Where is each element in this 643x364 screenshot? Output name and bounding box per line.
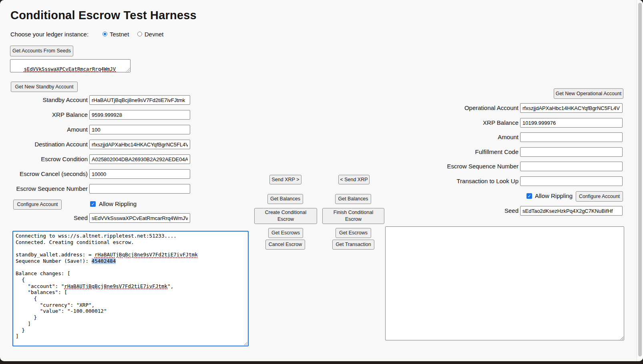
operational-escrow-sequence-input[interactable] — [520, 162, 623, 171]
check-icon: ✓ — [91, 202, 94, 206]
resize-grip[interactable] — [243, 341, 247, 345]
app-window: Conditional Escrow Test Harness Choose y… — [0, 0, 643, 361]
destination-account-input[interactable] — [89, 140, 190, 149]
check-icon: ✓ — [527, 194, 531, 198]
transaction-to-look-up-label: Transaction to Look Up — [416, 178, 518, 184]
console-sequence-number: 45402484 — [92, 258, 116, 264]
operational-account-label: Operational Account — [416, 104, 518, 111]
send-xrp-to-standby-button[interactable]: < Send XRP — [338, 175, 370, 184]
standby-configure-account-button[interactable]: Configure Account — [13, 200, 62, 210]
standby-allow-rippling-label: Allow Rippling — [99, 200, 137, 207]
operational-xrp-balance-input[interactable] — [520, 118, 623, 128]
standby-escrow-sequence-input[interactable] — [89, 184, 190, 194]
destination-account-label: Destination Account — [0, 141, 88, 148]
console-balance-tail: ", "balances": [ { "currency": "XRP", "v… — [16, 283, 173, 340]
operational-allow-rippling-label: Allow Rippling — [535, 192, 573, 199]
operational-allow-rippling-checkbox[interactable]: ✓ — [526, 193, 532, 199]
operational-account-input[interactable] — [520, 103, 623, 113]
seed-line-2: sEdTao2dKsezHzkPq4X2gC7KNuBifHf — [12, 72, 104, 72]
standby-result-console[interactable]: Connecting to wss://s.altnet.rippletest.… — [12, 231, 249, 346]
standby-allow-rippling-checkbox[interactable]: ✓ — [90, 201, 96, 207]
operational-seed-label: Seed — [416, 207, 518, 214]
send-xrp-to-operational-button[interactable]: Send XRP > — [269, 175, 301, 184]
operational-amount-label: Amount — [416, 134, 518, 140]
operational-configure-account-button[interactable]: Configure Account — [576, 191, 623, 202]
standby-xrp-balance-input[interactable] — [89, 110, 190, 120]
get-new-operational-account-button[interactable]: Get New Operational Account — [554, 88, 623, 99]
cancel-escrow-button[interactable]: Cancel Escrow — [265, 240, 305, 250]
operational-escrow-sequence-label: Escrow Sequence Number — [416, 163, 518, 170]
get-accounts-from-seeds-button[interactable]: Get Accounts From Seeds — [10, 46, 73, 56]
standby-get-balances-button[interactable]: Get Balances — [267, 194, 303, 204]
get-new-standby-account-button[interactable]: Get New Standby Account — [11, 82, 78, 92]
standby-xrp-balance-label: XRP Balance — [0, 111, 88, 118]
operational-xrp-balance-label: XRP Balance — [416, 119, 518, 126]
standby-account-label: Standby Account — [0, 96, 88, 103]
fulfillment-code-input[interactable] — [520, 147, 623, 157]
standby-amount-input[interactable] — [89, 125, 190, 134]
escrow-cancel-label: Escrow Cancel (seconds) — [0, 170, 88, 177]
standby-seed-label: Seed — [0, 214, 88, 221]
console-balance-head: Balance changes: [ { "account": " — [16, 270, 70, 289]
operational-seed-input[interactable] — [520, 206, 623, 216]
standby-seed-input[interactable] — [89, 213, 190, 223]
testnet-radio[interactable] — [102, 32, 107, 36]
standby-escrow-sequence-label: Escrow Sequence Number — [0, 185, 88, 192]
testnet-radio-label[interactable]: Testnet — [110, 31, 129, 38]
console-standby-address: rHaBAUTjBqBcj8ne9sV7Fd2tiE7ivFJtmk — [94, 252, 198, 258]
devnet-radio-label[interactable]: Devnet — [145, 31, 164, 38]
scrollbar[interactable] — [637, 0, 643, 361]
escrow-condition-label: Escrow Condition — [0, 156, 88, 162]
get-transaction-button[interactable]: Get Transaction — [332, 240, 374, 250]
standby-account-input[interactable] — [89, 95, 190, 105]
operational-get-balances-button[interactable]: Get Balances — [335, 194, 371, 204]
ledger-instance-label: Choose your ledger instance: — [10, 31, 88, 38]
finish-conditional-escrow-button[interactable]: Finish Conditional Escrow — [322, 208, 384, 224]
scrollbar-thumb[interactable] — [638, 3, 642, 356]
escrow-cancel-input[interactable] — [89, 169, 190, 179]
page-title: Conditional Escrow Test Harness — [10, 9, 197, 22]
fulfillment-code-label: Fulfillment Code — [416, 148, 518, 155]
escrow-condition-input[interactable] — [89, 154, 190, 164]
transaction-to-look-up-input[interactable] — [520, 176, 623, 186]
seeds-textarea[interactable]: sEdVVkSsswaXPCvEatRmcarRrq4WmJV sEdTao2d… — [10, 59, 131, 72]
standby-get-escrows-button[interactable]: Get Escrows — [268, 228, 303, 238]
operational-get-escrows-button[interactable]: Get Escrows — [336, 228, 371, 238]
console-sequence-prefix: Sequence Number (Save!): — [16, 258, 92, 264]
console-account-address: rHaBAUTjBqBcj8ne9sV7Fd2tiE7ivFJtmk — [64, 283, 167, 289]
seed-line-1: sEdVVkSsswaXPCvEatRmcarRrq4WmJV — [24, 66, 116, 72]
create-conditional-escrow-button[interactable]: Create Conditional Escrow — [254, 208, 317, 224]
operational-amount-input[interactable] — [520, 132, 623, 142]
resize-grip[interactable] — [126, 68, 130, 72]
standby-amount-label: Amount — [0, 126, 88, 133]
devnet-radio[interactable] — [137, 32, 142, 36]
operational-result-textarea[interactable] — [385, 226, 624, 340]
